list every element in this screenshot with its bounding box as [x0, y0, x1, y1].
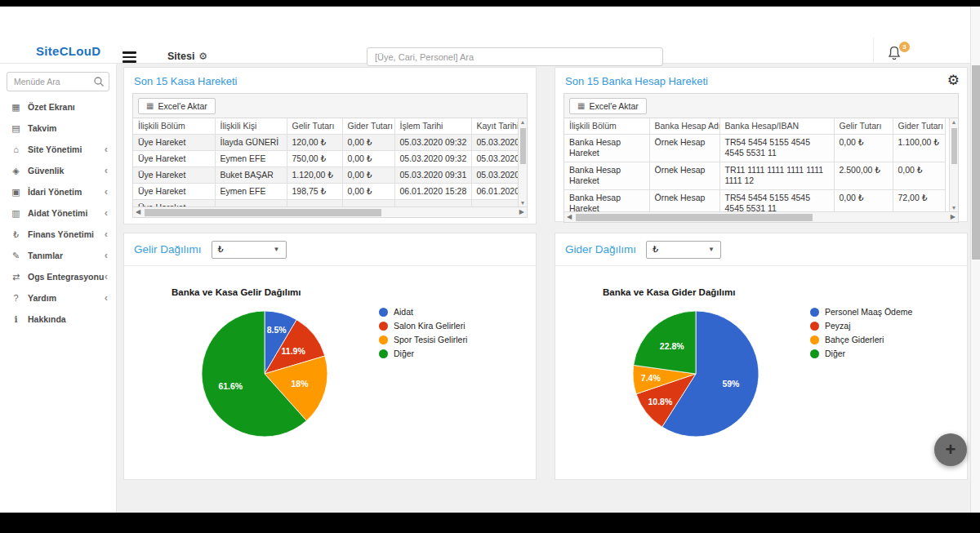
- top-header: SiteCLouD Sitesi ⚙ 3: [0, 7, 970, 64]
- sidebar-item-help[interactable]: ?Yardım‹: [0, 287, 116, 309]
- notifications-bell-icon[interactable]: 3: [887, 46, 905, 65]
- currency-select[interactable]: ₺ ▼: [646, 241, 721, 259]
- table-row[interactable]: Üye Hareketİlayda GÜNERİ120,00 ₺0,00 ₺05…: [133, 135, 527, 151]
- column-header[interactable]: Gider Tutarı: [342, 118, 394, 135]
- scroll-down-icon[interactable]: ▼: [519, 200, 527, 206]
- sidebar-item-finance[interactable]: ₺Finans Yönetimi‹: [0, 224, 116, 245]
- legend-item: Spor Tesisi Gelirleri: [379, 335, 467, 344]
- chevron-left-icon: ‹: [105, 188, 108, 196]
- table-row[interactable]: Üye HareketEymen EFE198,75 ₺0,00 ₺06.01.…: [133, 184, 527, 200]
- sidebar-item-definitions[interactable]: ✎Tanımlar‹: [0, 245, 116, 266]
- scroll-right-icon[interactable]: ▶: [951, 213, 956, 220]
- scroll-up-icon[interactable]: ▲: [950, 119, 958, 125]
- column-header[interactable]: İlişkili Bölüm: [133, 118, 215, 135]
- pie-slice-label: 22.8%: [660, 341, 684, 351]
- scroll-left-icon[interactable]: ◀: [567, 213, 572, 220]
- pie-slice-label: 7.4%: [641, 373, 662, 383]
- scroll-down-icon[interactable]: ▼: [950, 205, 958, 211]
- chevron-left-icon: ‹: [105, 167, 108, 175]
- table-cell: 0,00 ₺: [834, 190, 893, 211]
- currency-select[interactable]: ₺ ▼: [212, 241, 287, 259]
- table-cell: Üye Hareket: [133, 184, 215, 200]
- table-row[interactable]: Banka Hesap HareketÖrnek HesapTR11 1111 …: [564, 162, 945, 190]
- export-excel-button[interactable]: ▦ Excel'e Aktar: [569, 98, 647, 114]
- scrollbar-thumb[interactable]: [576, 214, 813, 221]
- table-cell: [215, 200, 287, 207]
- table-cell: 0,00 ₺: [834, 135, 893, 162]
- sidebar-item-label: İdari Yönetim: [28, 187, 105, 197]
- pie-slice-label: 10.8%: [648, 397, 673, 406]
- site-settings-gear-icon[interactable]: ⚙: [198, 51, 207, 62]
- scrollbar-thumb[interactable]: [520, 128, 526, 164]
- legend-dot-icon: [810, 349, 819, 358]
- finance-icon: ₺: [10, 229, 22, 240]
- sidebar-item-integration[interactable]: ⇄Ogs Entegrasyonu‹: [0, 266, 116, 287]
- column-header[interactable]: İşlem Tarihi: [394, 118, 471, 135]
- table-cell: TR54 5454 5155 4545 4545 5531 11: [719, 135, 834, 162]
- grid-toolbar: ▦ Excel'e Aktar: [564, 94, 958, 118]
- scrollbar-thumb[interactable]: [972, 65, 980, 260]
- sidebar-item-about[interactable]: ℹHakkında: [0, 309, 116, 330]
- admin-icon: ▣: [10, 187, 22, 198]
- sidebar-item-label: Güvenlik: [28, 166, 105, 175]
- chevron-down-icon: ▼: [274, 246, 280, 253]
- chart-title: Banka ve Kasa Gider Dağılımı: [603, 287, 967, 297]
- site-icon: ⌂: [10, 144, 22, 154]
- chevron-left-icon: ‹: [105, 209, 108, 217]
- dashboard-settings-gear-icon[interactable]: ⚙: [947, 72, 960, 89]
- scroll-right-icon[interactable]: ▶: [519, 208, 524, 215]
- column-header[interactable]: İlişkili Bölüm: [564, 118, 649, 135]
- vertical-scrollbar[interactable]: ▲ ▼: [949, 118, 958, 211]
- sidebar-item-label: Özet Ekranı: [28, 102, 108, 112]
- table-row[interactable]: Banka Hesap HareketÖrnek HesapTR54 5454 …: [564, 190, 945, 211]
- sidebar-item-site[interactable]: ⌂Site Yönetimi‹: [0, 139, 116, 160]
- table-cell: Üye Hareket: [133, 200, 215, 207]
- chevron-left-icon: ‹: [105, 230, 108, 238]
- sidebar-item-calendar[interactable]: ▤Takvim: [0, 118, 116, 139]
- scrollbar-thumb[interactable]: [145, 209, 381, 216]
- table-cell: Banka Hesap Hareket: [564, 162, 649, 190]
- column-header[interactable]: İlişkili Kişi: [215, 118, 287, 135]
- table-cell: İlayda GÜNERİ: [215, 135, 287, 151]
- table-row[interactable]: Üye HareketBuket BAŞAR1.120,00 ₺0,00 ₺05…: [133, 167, 527, 184]
- column-header[interactable]: Banka Hesap/IBAN: [719, 118, 834, 135]
- column-header[interactable]: Gider Tutarı: [893, 118, 945, 135]
- table-row[interactable]: Banka Hesap HareketÖrnek HesapTR54 5454 …: [564, 135, 945, 162]
- export-excel-button[interactable]: ▦ Excel'e Aktar: [138, 98, 216, 114]
- table-row[interactable]: Üye HareketEymen EFE750,00 ₺0,00 ₺05.03.…: [133, 151, 527, 167]
- sidebar-item-admin[interactable]: ▣İdari Yönetim‹: [0, 181, 116, 202]
- table-cell: 72,00 ₺: [893, 190, 945, 211]
- chevron-down-icon: ▼: [708, 246, 715, 253]
- panel-gelir-dagilimi: Gelir Dağılımı ₺ ▼ Banka ve Kasa Gelir D…: [123, 233, 537, 480]
- table-cell: Örnek Hesap: [649, 190, 719, 211]
- sidebar-item-label: Aidat Yönetimi: [28, 208, 105, 218]
- scroll-left-icon[interactable]: ◀: [136, 208, 140, 215]
- vertical-scrollbar[interactable]: ▲ ▼: [518, 118, 527, 207]
- sidebar-item-dues[interactable]: ▥Aidat Yönetimi‹: [0, 202, 116, 224]
- column-header[interactable]: Banka Hesap Adı: [649, 118, 719, 135]
- scrollbar-thumb[interactable]: [951, 128, 957, 164]
- global-search-input[interactable]: [367, 47, 663, 66]
- table-row[interactable]: Üye Hareket: [133, 200, 527, 207]
- sidebar-item-dashboard[interactable]: ▦Özet Ekranı: [0, 96, 116, 118]
- sidebar-item-label: Yardım: [28, 293, 105, 303]
- sidebar-item-label: Tanımlar: [28, 251, 105, 260]
- column-header[interactable]: Gelir Tutarı: [834, 118, 893, 135]
- legend-dot-icon: [379, 308, 388, 317]
- sidebar-item-label: Finans Yönetimi: [28, 229, 105, 239]
- page-vertical-scrollbar[interactable]: [970, 7, 980, 513]
- definitions-icon: ✎: [10, 251, 22, 261]
- add-floating-button[interactable]: +: [934, 433, 967, 466]
- legend-item: Personel Maaş Ödeme: [810, 307, 912, 317]
- sidebar-item-security[interactable]: ◈Güvenlik‹: [0, 160, 116, 181]
- scroll-up-icon[interactable]: ▲: [519, 119, 527, 125]
- help-icon: ?: [10, 293, 22, 303]
- table-header-row: İlişkili Bölümİlişkili KişiGelir TutarıG…: [133, 118, 527, 135]
- horizontal-scrollbar[interactable]: ◀ ▶: [564, 211, 958, 222]
- column-header[interactable]: Gelir Tutarı: [287, 118, 342, 135]
- panel-title: Son 15 Banka Hesap Hareketi: [555, 68, 967, 93]
- horizontal-scrollbar[interactable]: ◀ ▶: [133, 207, 527, 217]
- hamburger-menu-icon[interactable]: [122, 51, 136, 65]
- chevron-left-icon: ‹: [105, 145, 108, 153]
- pie-slice-label: 61.6%: [218, 381, 243, 391]
